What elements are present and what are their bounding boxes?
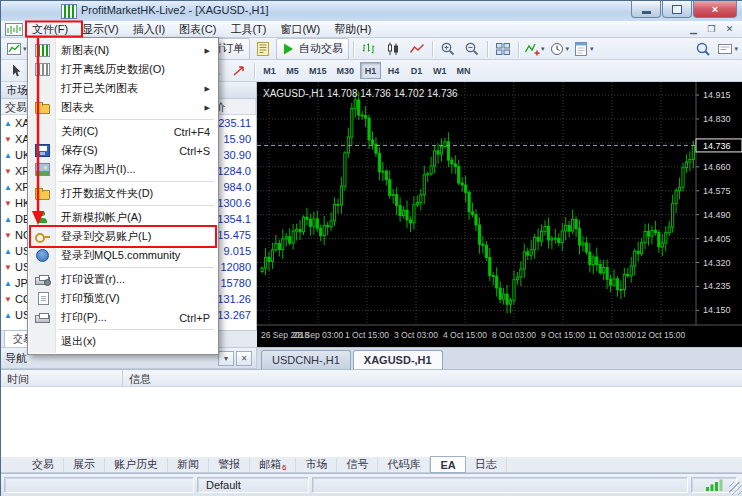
menu-separator bbox=[58, 329, 214, 330]
svg-text:14.575: 14.575 bbox=[703, 186, 731, 196]
child-restore-button[interactable]: ❐ bbox=[703, 23, 720, 36]
zoom-out-button[interactable] bbox=[461, 38, 483, 60]
chart-area[interactable]: 26 Sep 201828 Sep 03:001 Oct 15:003 Oct … bbox=[257, 82, 742, 347]
close-icon: ✕ bbox=[241, 354, 248, 363]
file-menu-item[interactable]: 打开已关闭图表▶ bbox=[29, 79, 217, 98]
chevron-down-icon: ▾ bbox=[566, 45, 570, 53]
chart-tab-XAGUSD-,H1[interactable]: XAGUSD-,H1 bbox=[353, 350, 443, 369]
timeframe-M15[interactable]: M15 bbox=[305, 62, 331, 79]
zoom-in-button[interactable] bbox=[437, 38, 459, 60]
svg-text:14.235: 14.235 bbox=[703, 281, 731, 291]
file-menu-item[interactable]: 开新模拟帐户(A) bbox=[29, 208, 217, 227]
terminal-tab-展示[interactable]: 展示 bbox=[64, 458, 105, 472]
column-time[interactable]: 时间 bbox=[1, 370, 123, 386]
svg-text:14.736: 14.736 bbox=[703, 141, 731, 151]
profile-name: Default bbox=[206, 479, 241, 491]
panel-collapse-button[interactable]: ▾ bbox=[218, 351, 234, 366]
terminal-tab-新闻[interactable]: 新闻 bbox=[168, 458, 209, 472]
terminal-tab-交易[interactable]: 交易 bbox=[23, 458, 64, 472]
terminal-tab-市场[interactable]: 市场 bbox=[296, 458, 337, 472]
restore-button[interactable] bbox=[662, 1, 692, 18]
timeframe-M1[interactable]: M1 bbox=[259, 62, 280, 79]
timeframe-MN[interactable]: MN bbox=[453, 62, 475, 79]
menu-item-label: 退出(x) bbox=[61, 334, 96, 349]
terminal-tab-代码库[interactable]: 代码库 bbox=[378, 458, 430, 472]
close-button[interactable]: × bbox=[693, 1, 737, 18]
menu-文件(F)[interactable]: 文件(F) bbox=[25, 21, 75, 38]
periods-button[interactable]: ▾ bbox=[548, 38, 571, 60]
templates-button[interactable]: ▾ bbox=[572, 38, 595, 60]
down-arrow-icon: ▼ bbox=[1, 167, 15, 176]
line-chart-button[interactable] bbox=[406, 38, 428, 60]
menu-item-shortcut: Ctrl+F4 bbox=[174, 126, 210, 138]
new-chart-button[interactable]: ▾ bbox=[5, 38, 28, 60]
chart-new-icon bbox=[29, 44, 55, 57]
indicators-button[interactable]: ▾ bbox=[523, 38, 546, 60]
terminal-tab-信号[interactable]: 信号 bbox=[337, 458, 378, 472]
panel-close-button[interactable]: ✕ bbox=[236, 351, 252, 366]
up-arrow-icon: ▲ bbox=[1, 151, 15, 160]
child-window-icon[interactable] bbox=[5, 23, 23, 36]
autotrading-button[interactable]: 自动交易 bbox=[276, 38, 349, 60]
timeframe-H1[interactable]: H1 bbox=[360, 62, 381, 79]
chart-tab-USDCNH-,H1[interactable]: USDCNH-,H1 bbox=[261, 350, 351, 369]
file-menu-item[interactable]: 保存(S)Ctrl+S bbox=[29, 141, 217, 160]
toolbar-options-button[interactable]: ▾ bbox=[716, 38, 739, 60]
menu-item-label: 保存为图片(I)... bbox=[61, 162, 136, 177]
save-icon bbox=[29, 144, 55, 157]
file-menu-item[interactable]: 关闭(C)Ctrl+F4 bbox=[29, 122, 217, 141]
status-profile[interactable]: Default bbox=[197, 477, 309, 493]
terminal-tab-警报[interactable]: 警报 bbox=[209, 458, 250, 472]
timeframe-W1[interactable]: W1 bbox=[429, 62, 451, 79]
file-menu-item[interactable]: 打印(P)...Ctrl+P bbox=[29, 308, 217, 327]
child-close-button[interactable]: ✕ bbox=[721, 23, 738, 36]
tile-windows-button[interactable] bbox=[492, 38, 514, 60]
menu-窗口(W)[interactable]: 窗口(W) bbox=[273, 21, 327, 38]
svg-text:1 Oct 15:00: 1 Oct 15:00 bbox=[345, 330, 389, 340]
file-menu-item[interactable]: 打印预览(V) bbox=[29, 289, 217, 308]
terminal-tab-邮箱[interactable]: 邮箱6 bbox=[250, 458, 296, 472]
bar-chart-button[interactable] bbox=[358, 38, 380, 60]
file-menu-item[interactable]: 登录到MQL5.community bbox=[29, 246, 217, 265]
timeframe-M30[interactable]: M30 bbox=[333, 62, 359, 79]
timeframe-M5[interactable]: M5 bbox=[282, 62, 303, 79]
menu-插入(I)[interactable]: 插入(I) bbox=[126, 21, 172, 38]
timeframe-D1[interactable]: D1 bbox=[406, 62, 427, 79]
menu-工具(T)[interactable]: 工具(T) bbox=[223, 21, 273, 38]
menu-显示(V)[interactable]: 显示(V) bbox=[75, 21, 126, 38]
file-menu-item[interactable]: 打印设置(r)... bbox=[29, 270, 217, 289]
file-menu-item[interactable]: 图表夹▶ bbox=[29, 98, 217, 117]
menu-帮助(H)[interactable]: 帮助(H) bbox=[327, 21, 378, 38]
menu-item-label: 打印(P)... bbox=[61, 310, 107, 325]
candlestick-chart-button[interactable] bbox=[382, 38, 404, 60]
search-button[interactable] bbox=[692, 38, 714, 60]
chevron-down-icon: ▾ bbox=[23, 45, 27, 53]
arrows-tool-button[interactable] bbox=[228, 60, 250, 82]
menu-item-label: 登录到交易账户(L) bbox=[61, 229, 151, 244]
minimize-button[interactable] bbox=[631, 1, 661, 18]
metaeditor-button[interactable] bbox=[252, 38, 274, 60]
down-arrow-icon: ▼ bbox=[1, 199, 15, 208]
file-menu-item[interactable]: 新图表(N)▶ bbox=[29, 41, 217, 60]
svg-text:14.830: 14.830 bbox=[703, 114, 731, 124]
file-menu-item[interactable]: 打开离线历史数据(O) bbox=[29, 60, 217, 79]
menu-item-label: 图表夹 bbox=[61, 100, 94, 115]
file-menu-item[interactable]: 保存为图片(I)... bbox=[29, 160, 217, 179]
resize-grip[interactable] bbox=[729, 482, 742, 495]
child-minimize-button[interactable]: ▁ bbox=[685, 23, 702, 36]
status-cell-message bbox=[312, 477, 688, 493]
timeframe-H4[interactable]: H4 bbox=[383, 62, 404, 79]
column-message[interactable]: 信息 bbox=[123, 370, 742, 386]
timeframe-group: M1M5M15M30H1H4D1W1MN bbox=[258, 62, 476, 79]
terminal-tab-账户历史[interactable]: 账户历史 bbox=[105, 458, 168, 472]
periods-clock-icon bbox=[549, 41, 565, 57]
terminal-tab-EA[interactable]: EA bbox=[430, 456, 465, 473]
file-menu-item[interactable]: 退出(x) bbox=[29, 332, 217, 351]
terminal-tab-日志[interactable]: 日志 bbox=[466, 458, 507, 472]
zoom-in-icon bbox=[440, 41, 456, 57]
file-menu-item[interactable]: 登录到交易账户(L) bbox=[29, 227, 217, 246]
file-menu-item[interactable]: 打开数据文件夹(D) bbox=[29, 184, 217, 203]
menu-图表(C)[interactable]: 图表(C) bbox=[172, 21, 223, 38]
menu-item-label: 打印预览(V) bbox=[61, 291, 120, 306]
cursor-button[interactable] bbox=[5, 60, 27, 82]
